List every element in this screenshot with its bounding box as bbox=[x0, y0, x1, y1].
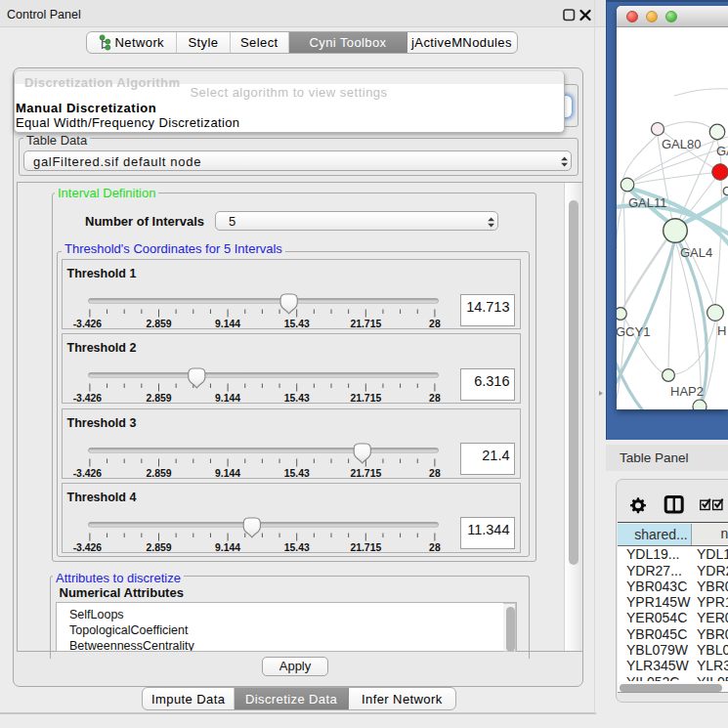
svg-text:H: H bbox=[717, 323, 726, 338]
svg-text:GCY1: GCY1 bbox=[617, 324, 650, 339]
svg-text:GAL4: GAL4 bbox=[680, 245, 712, 260]
svg-text:-3.426: -3.426 bbox=[72, 319, 102, 329]
svg-text:9.144: 9.144 bbox=[215, 468, 240, 479]
svg-text:C: C bbox=[722, 184, 728, 198]
svg-text:2.859: 2.859 bbox=[146, 393, 171, 404]
svg-text:GAL11: GAL11 bbox=[628, 195, 667, 210]
svg-text:2.859: 2.859 bbox=[146, 319, 171, 329]
svg-text:GAL80: GAL80 bbox=[662, 137, 701, 151]
svg-text:15.43: 15.43 bbox=[283, 319, 309, 329]
svg-text:21.715: 21.715 bbox=[350, 393, 381, 404]
svg-text:15.43: 15.43 bbox=[283, 393, 309, 404]
svg-text:28: 28 bbox=[429, 468, 441, 479]
svg-text:2.859: 2.859 bbox=[146, 542, 171, 553]
svg-text:HAP2: HAP2 bbox=[670, 384, 704, 399]
svg-text:21.715: 21.715 bbox=[350, 468, 381, 479]
svg-text:28: 28 bbox=[429, 393, 441, 404]
svg-text:2.859: 2.859 bbox=[146, 468, 171, 479]
svg-text:-3.426: -3.426 bbox=[72, 542, 102, 553]
svg-text:28: 28 bbox=[429, 319, 441, 329]
svg-text:9.144: 9.144 bbox=[215, 319, 240, 329]
svg-text:15.43: 15.43 bbox=[283, 542, 309, 553]
svg-text:9.144: 9.144 bbox=[215, 542, 240, 553]
svg-text:GA: GA bbox=[716, 144, 728, 158]
svg-text:21.715: 21.715 bbox=[350, 319, 381, 329]
svg-text:9.144: 9.144 bbox=[215, 393, 240, 404]
svg-text:21.715: 21.715 bbox=[350, 542, 381, 553]
svg-text:28: 28 bbox=[429, 542, 441, 553]
svg-text:-3.426: -3.426 bbox=[72, 393, 102, 404]
svg-text:15.43: 15.43 bbox=[283, 468, 309, 479]
svg-text:-3.426: -3.426 bbox=[72, 468, 102, 479]
